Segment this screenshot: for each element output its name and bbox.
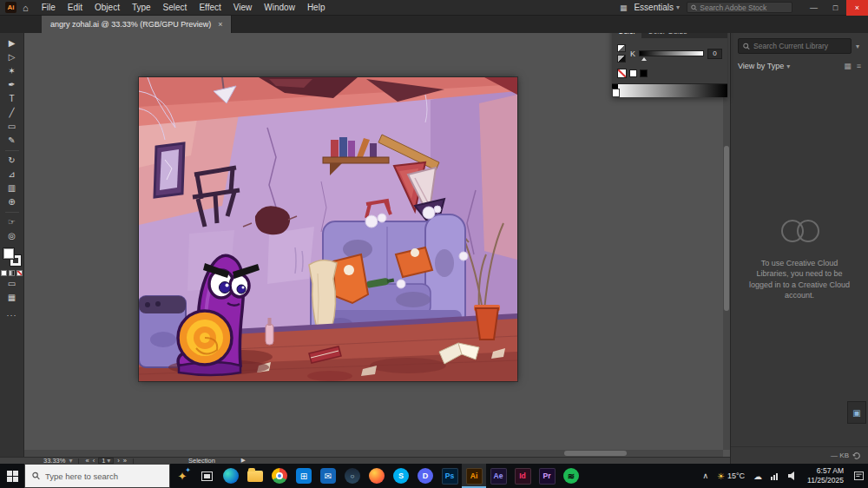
fill-stroke-control[interactable] — [3, 248, 21, 266]
onedrive-icon[interactable]: ☁ — [749, 472, 766, 481]
taskbar-clock[interactable]: 6:57 AM 11/25/2025 — [801, 466, 850, 485]
swap-colors-icon[interactable] — [617, 44, 626, 52]
maximize-button[interactable]: □ — [825, 0, 846, 16]
menubar-right: ▦ Essentials ▾ — □ × — [620, 0, 868, 16]
close-button[interactable]: × — [846, 0, 868, 16]
menu-object[interactable]: Object — [89, 3, 126, 12]
library-search-input[interactable] — [753, 42, 846, 50]
edit-toolbar-ellipsis[interactable]: ··· — [7, 311, 17, 320]
menu-type[interactable]: Type — [126, 3, 157, 12]
artboard[interactable] — [139, 77, 517, 381]
zoom-tool[interactable]: ◎ — [3, 229, 22, 243]
document-close-icon[interactable]: × — [218, 20, 222, 29]
line-segment-tool[interactable]: ╱ — [3, 106, 22, 120]
color-mode-button[interactable] — [1, 270, 7, 276]
black-swatch[interactable] — [640, 69, 648, 77]
artwork-illustration[interactable] — [139, 77, 517, 381]
taskbar-app-edge[interactable] — [219, 464, 243, 488]
minimize-button[interactable]: — — [803, 0, 825, 16]
start-button[interactable] — [0, 464, 24, 488]
workspace-switcher-icon[interactable]: ▦ — [620, 3, 628, 12]
taskbar-app-skype[interactable]: S — [389, 464, 413, 488]
task-view-button[interactable] — [194, 464, 219, 488]
default-colors-icon[interactable] — [617, 55, 626, 63]
taskbar-app-mail[interactable]: ✉ — [316, 464, 340, 488]
draw-mode-button[interactable]: ▭ — [3, 277, 22, 291]
taskbar-app-chrome[interactable] — [267, 464, 292, 488]
menu-edit[interactable]: Edit — [62, 3, 89, 12]
taskbar-search-input[interactable] — [45, 472, 162, 481]
type-tool[interactable]: T — [3, 92, 22, 106]
k-value-field[interactable]: 0 — [707, 49, 722, 59]
menu-effect[interactable]: Effect — [193, 3, 227, 12]
vertical-scrollbar-thumb[interactable] — [724, 146, 729, 311]
sun-icon: ☀ — [717, 472, 725, 481]
status-expand-icon[interactable]: ▶ — [241, 458, 246, 464]
taskbar-app-steam[interactable]: ○ — [340, 464, 365, 488]
selection-tool[interactable]: ▶ — [3, 36, 22, 50]
gradient-mode-button[interactable] — [9, 270, 15, 276]
taskbar-app-after-effects[interactable]: Ae — [486, 464, 510, 488]
taskbar-app-spotify[interactable]: ≋ — [559, 464, 583, 488]
search-icon — [32, 472, 40, 480]
action-center-button[interactable] — [850, 472, 868, 480]
toolbar-separator — [5, 212, 19, 213]
direct-selection-tool[interactable]: ▷ — [3, 50, 22, 64]
rotate-tool[interactable]: ↻ — [3, 154, 22, 168]
hidden-icons-button[interactable]: ∧ — [698, 472, 713, 480]
volume-icon[interactable] — [784, 472, 801, 480]
white-swatch[interactable] — [629, 69, 637, 77]
horizontal-scrollbar[interactable] — [24, 450, 723, 457]
search-highlights-icon[interactable]: ✦ ✦ — [170, 464, 194, 488]
sync-icon[interactable] — [852, 452, 861, 460]
gradient-tool[interactable]: ▥ — [3, 181, 22, 195]
library-search[interactable] — [738, 38, 852, 54]
taskbar-search[interactable] — [24, 464, 170, 488]
menu-view[interactable]: View — [227, 3, 259, 12]
taskbar-app-illustrator[interactable]: Ai — [462, 464, 486, 488]
taskbar-app-indesign[interactable]: Id — [510, 464, 535, 488]
magic-wand-tool[interactable]: ✶ — [3, 64, 22, 78]
taskbar-app-discord[interactable]: D — [413, 464, 437, 488]
rectangle-tool[interactable]: ▭ — [3, 120, 22, 134]
menu-window[interactable]: Window — [258, 3, 301, 12]
taskbar-app-firefox[interactable] — [365, 464, 389, 488]
creative-cloud-message-area: To use Creative Cloud Libraries, you nee… — [738, 70, 861, 446]
weather-widget[interactable]: ☀ 15°C — [713, 472, 749, 481]
adobe-stock-search[interactable] — [687, 2, 792, 13]
paintbrush-tool[interactable]: ✎ — [3, 134, 22, 148]
menu-help[interactable]: Help — [301, 3, 332, 12]
taskbar-app-file-explorer[interactable] — [243, 464, 267, 488]
menu-select[interactable]: Select — [157, 3, 194, 12]
none-swatch[interactable] — [617, 69, 627, 78]
document-tab-title: angry zohal.ai @ 33.33% (RGB/GPU Preview… — [50, 20, 211, 29]
illustrator-app-icon: Ai — [5, 2, 16, 13]
clock-time: 6:57 AM — [817, 466, 844, 476]
list-view-icon[interactable]: ≡ — [857, 62, 861, 70]
color-ramp[interactable] — [612, 83, 727, 97]
pen-tool[interactable]: ✒ — [3, 78, 22, 92]
fill-swatch[interactable] — [3, 248, 14, 259]
adobe-stock-search-input[interactable] — [700, 3, 788, 12]
workspace-selector[interactable]: Essentials ▾ — [634, 3, 680, 12]
eyedropper-tool[interactable]: ⊕ — [3, 195, 22, 209]
home-icon[interactable]: ⌂ — [23, 3, 29, 13]
view-by-label[interactable]: View by Type — [738, 62, 784, 70]
grid-view-icon[interactable]: ▦ — [844, 62, 852, 70]
menu-file[interactable]: File — [36, 3, 62, 12]
taskbar-app-store[interactable]: ⊞ — [292, 464, 316, 488]
k-slider-handle[interactable] — [641, 57, 647, 61]
artboard-number-field[interactable]: 1 ▾ — [98, 458, 114, 464]
none-mode-button[interactable] — [16, 270, 23, 276]
horizontal-scrollbar-thumb[interactable] — [564, 451, 627, 456]
library-select-chevron-icon[interactable]: ▾ — [854, 43, 861, 50]
collapsed-panel-icon[interactable]: ▣ — [847, 401, 866, 424]
document-tab[interactable]: angry zohal.ai @ 33.33% (RGB/GPU Preview… — [42, 16, 232, 33]
scale-tool[interactable]: ⊿ — [3, 168, 22, 181]
network-icon[interactable] — [766, 472, 784, 480]
taskbar-app-photoshop[interactable]: Ps — [437, 464, 462, 488]
taskbar-app-premiere[interactable]: Pr — [535, 464, 559, 488]
k-slider[interactable] — [639, 50, 704, 56]
hand-tool[interactable]: ☞ — [3, 215, 22, 229]
screen-mode-button[interactable]: ▦ — [3, 291, 22, 305]
